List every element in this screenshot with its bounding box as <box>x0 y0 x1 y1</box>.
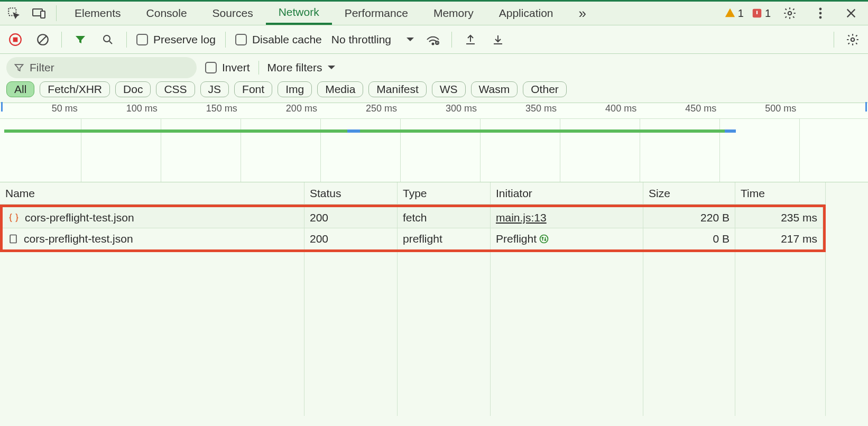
document-icon <box>8 234 19 244</box>
tab-network[interactable]: Network <box>266 2 332 25</box>
svg-point-12 <box>432 43 434 44</box>
tick: 100 ms <box>126 103 161 114</box>
tab-sources[interactable]: Sources <box>200 2 266 25</box>
pill-wasm[interactable]: Wasm <box>471 81 518 97</box>
warnings-badge[interactable]: 1 <box>724 7 744 20</box>
pill-ws[interactable]: WS <box>432 81 466 97</box>
pill-doc[interactable]: Doc <box>115 81 151 97</box>
inspect-element-icon[interactable] <box>3 3 24 24</box>
table-row[interactable]: cors-preflight-test.json 200 preflight P… <box>3 228 823 249</box>
requests-table: Name Status Type Initiator Size Time cor… <box>0 182 868 252</box>
pill-font[interactable]: Font <box>234 81 272 97</box>
request-time: 217 ms <box>735 228 823 249</box>
filter-input[interactable]: Filter <box>6 57 197 78</box>
clear-button[interactable] <box>34 31 52 49</box>
errors-badge[interactable]: 1 <box>751 7 771 20</box>
tab-console[interactable]: Console <box>134 2 200 25</box>
col-status[interactable]: Status <box>304 182 398 205</box>
svg-point-5 <box>819 8 822 11</box>
timeline-grid <box>0 119 868 182</box>
pill-media[interactable]: Media <box>317 81 363 97</box>
timeline-bar <box>360 129 725 133</box>
invert-checkbox[interactable]: Invert <box>205 61 250 74</box>
tick: 500 ms <box>765 103 799 114</box>
separator <box>126 32 127 48</box>
svg-point-6 <box>819 12 822 15</box>
swap-icon <box>539 234 549 244</box>
json-file-icon <box>8 212 20 224</box>
tick: 350 ms <box>525 103 560 114</box>
pill-img[interactable]: Img <box>278 81 312 97</box>
network-settings-icon[interactable] <box>844 31 862 49</box>
chevron-down-icon <box>406 37 414 42</box>
col-initiator[interactable]: Initiator <box>491 182 643 205</box>
disable-cache-checkbox[interactable]: Disable cache <box>235 33 322 46</box>
filter-placeholder: Filter <box>30 61 54 74</box>
search-icon[interactable] <box>99 31 117 49</box>
preserve-log-label: Preserve log <box>153 33 216 46</box>
settings-icon[interactable] <box>779 3 800 24</box>
request-size: 220 B <box>643 207 735 228</box>
network-toolbar: Preserve log Disable cache No throttling <box>0 25 868 54</box>
col-size[interactable]: Size <box>643 182 735 205</box>
tick: 400 ms <box>605 103 640 114</box>
record-button[interactable] <box>6 31 24 49</box>
preserve-log-checkbox[interactable]: Preserve log <box>136 33 216 46</box>
pill-manifest[interactable]: Manifest <box>368 81 426 97</box>
pill-css[interactable]: CSS <box>156 81 195 97</box>
pill-all[interactable]: All <box>6 81 34 97</box>
svg-point-4 <box>788 12 792 15</box>
highlighted-rows: cors-preflight-test.json 200 fetch main.… <box>0 205 826 252</box>
upload-har-icon[interactable] <box>461 31 479 49</box>
panel-tabs: Elements Console Sources Network Perform… <box>62 2 599 25</box>
disable-cache-label: Disable cache <box>252 33 322 46</box>
filter-bar: Filter Invert More filters <box>0 54 868 80</box>
tick: 150 ms <box>206 103 241 114</box>
pill-fetch-xhr[interactable]: Fetch/XHR <box>40 81 110 97</box>
svg-rect-9 <box>13 37 18 42</box>
chevron-down-icon <box>327 65 336 70</box>
separator <box>225 32 226 48</box>
col-time[interactable]: Time <box>735 182 826 205</box>
tab-performance[interactable]: Performance <box>332 2 421 25</box>
svg-rect-15 <box>10 235 16 243</box>
col-type[interactable]: Type <box>398 182 491 205</box>
svg-point-16 <box>540 235 548 243</box>
svg-point-7 <box>819 16 822 19</box>
table-empty-area <box>0 252 868 416</box>
tab-overflow-icon[interactable]: » <box>566 2 598 25</box>
request-time: 235 ms <box>735 207 823 228</box>
initiator-preflight[interactable]: Preflight <box>491 228 643 249</box>
request-name: cors-preflight-test.json <box>24 233 133 245</box>
col-name[interactable]: Name <box>0 182 304 205</box>
funnel-icon <box>14 62 24 73</box>
filter-toggle-icon[interactable] <box>71 31 89 49</box>
timeline-overview[interactable]: 50 ms 100 ms 150 ms 200 ms 250 ms 300 ms… <box>0 103 868 182</box>
tab-memory[interactable]: Memory <box>421 2 486 25</box>
tick: 450 ms <box>685 103 719 114</box>
tab-application[interactable]: Application <box>486 2 566 25</box>
table-row[interactable]: cors-preflight-test.json 200 fetch main.… <box>3 207 823 228</box>
throttling-value: No throttling <box>331 33 391 46</box>
initiator-link[interactable]: main.js:13 <box>496 211 547 224</box>
svg-rect-2 <box>41 11 45 18</box>
more-filters-label: More filters <box>267 61 322 74</box>
invert-label: Invert <box>222 61 250 74</box>
timeline-bar <box>725 129 736 133</box>
kebab-menu-icon[interactable] <box>810 3 831 24</box>
pill-js[interactable]: JS <box>200 81 229 97</box>
throttling-dropdown[interactable]: No throttling <box>331 33 414 46</box>
request-type: preflight <box>398 228 491 249</box>
download-har-icon[interactable] <box>489 31 507 49</box>
network-conditions-icon[interactable] <box>424 31 442 49</box>
close-icon[interactable] <box>841 3 862 24</box>
tick: 200 ms <box>286 103 320 114</box>
device-toolbar-icon[interactable] <box>29 3 50 24</box>
more-filters-dropdown[interactable]: More filters <box>267 61 336 74</box>
request-size: 0 B <box>643 228 735 249</box>
svg-point-14 <box>851 38 855 41</box>
separator <box>451 32 452 48</box>
pill-other[interactable]: Other <box>523 81 567 97</box>
timeline-bar <box>347 129 361 133</box>
tab-elements[interactable]: Elements <box>62 2 134 25</box>
